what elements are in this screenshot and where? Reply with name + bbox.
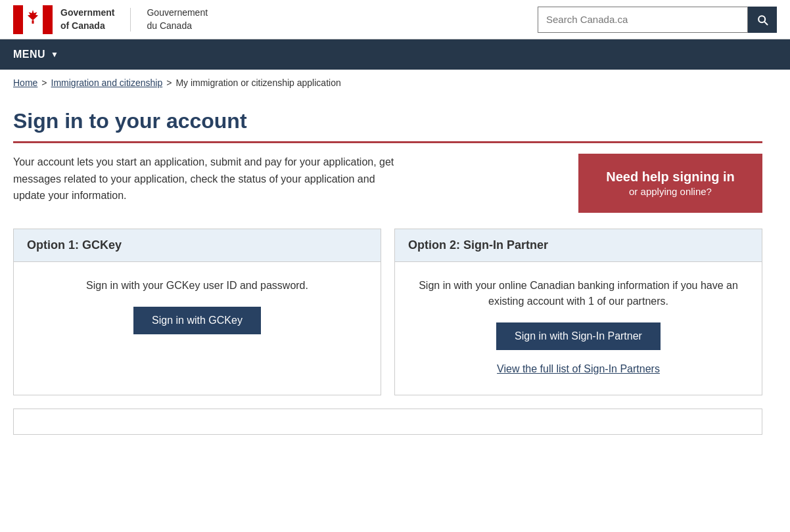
intro-row: Your account lets you start an applicati… [13,154,762,213]
search-area [538,7,777,33]
option2-body: Sign in with your online Canadian bankin… [395,262,762,395]
option1-body: Sign in with your GCKey user ID and pass… [14,262,381,393]
svg-rect-2 [43,5,53,34]
svg-rect-0 [13,5,23,34]
search-icon [756,13,769,26]
gckey-signin-button[interactable]: Sign in with GCKey [133,307,261,334]
gov-name-english: Governmentof Canada [60,7,114,32]
signin-partner-button[interactable]: Sign in with Sign-In Partner [496,322,661,350]
breadcrumb-sep-2: > [166,78,172,88]
menu-button[interactable]: MENU ▼ [0,39,72,70]
option1-description: Sign in with your GCKey user ID and pass… [86,278,308,294]
svg-rect-3 [32,20,34,24]
option2-box: Option 2: Sign-In Partner Sign in with y… [394,229,762,395]
menu-label: MENU [13,49,45,60]
main-content: Sign in to your account Your account let… [0,96,776,461]
search-input[interactable] [538,7,748,33]
site-header: Governmentof Canada Gouvernementdu Canad… [0,0,790,39]
option2-header: Option 2: Sign-In Partner [395,229,762,262]
help-button-main: Need help signing in [606,169,735,184]
gov-name-french: Gouvernementdu Canada [147,7,208,32]
breadcrumb: Home > Immigration and citizenship > My … [0,70,790,96]
search-button[interactable] [748,7,777,33]
option2-description: Sign in with your online Canadian bankin… [408,278,749,309]
page-description: Your account lets you start an applicati… [13,154,394,204]
bottom-section [13,409,762,435]
nav-bar: MENU ▼ [0,39,790,70]
page-title: Sign in to your account [13,109,762,143]
canada-flag [13,5,53,34]
breadcrumb-immigration[interactable]: Immigration and citizenship [51,78,163,88]
help-signing-in-button[interactable]: Need help signing in or applying online? [578,154,762,213]
options-row: Option 1: GCKey Sign in with your GCKey … [13,229,762,395]
help-button-sub: or applying online? [602,185,739,198]
option1-box: Option 1: GCKey Sign in with your GCKey … [13,229,381,395]
chevron-down-icon: ▼ [51,50,58,59]
breadcrumb-current: My immigration or citizenship applicatio… [175,78,340,88]
logo-divider [130,8,131,32]
full-list-partners-link[interactable]: View the full list of Sign-In Partners [497,363,660,375]
logo-area: Governmentof Canada Gouvernementdu Canad… [13,5,208,34]
government-name: Governmentof Canada [60,7,114,32]
government-name-fr: Gouvernementdu Canada [147,7,208,32]
breadcrumb-sep-1: > [41,78,47,88]
option1-header: Option 1: GCKey [14,229,381,262]
breadcrumb-home[interactable]: Home [13,78,37,88]
